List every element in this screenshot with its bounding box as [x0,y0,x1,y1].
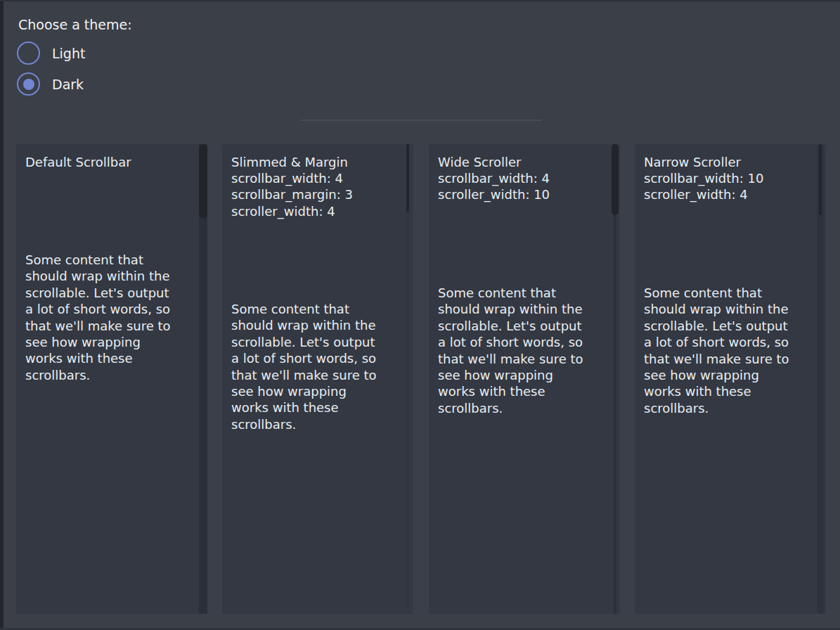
scrollable-content: Some content that should wrap within the… [438,285,590,416]
scroll-panel-slimmed-margin[interactable]: Slimmed & Margin scrollbar_width: 4 scro… [222,144,413,614]
radio-label-light: Light [52,46,85,61]
config-line: scrollbar_width: 10 [644,170,763,186]
panel-title: Wide Scroller [438,154,521,170]
scrollbar-thumb[interactable] [199,144,207,219]
scrollable-content: Some content that should wrap within the… [231,301,383,432]
config-line: scroller_width: 4 [231,203,353,219]
config-line: scrollbar_margin: 3 [231,186,353,202]
scrollbar-thumb[interactable] [406,144,409,212]
radio-button-dark[interactable] [17,72,40,96]
panel-title: Narrow Scroller [644,154,741,170]
config-line: scrollbar_width: 4 [231,170,353,186]
radio-label-dark: Dark [52,77,84,92]
panel-config: scrollbar_width: 4 scrollbar_margin: 3 s… [231,170,353,219]
scrollbar-track[interactable] [406,144,409,610]
panel-title: Slimmed & Margin [231,154,348,170]
theme-chooser-label: Choose a theme: [18,17,132,32]
window-edge-top [0,0,840,1]
radio-button-light[interactable] [17,41,40,65]
scrollbar-thumb[interactable] [612,144,619,215]
scrollable-content: Some content that should wrap within the… [25,252,177,383]
panel-title: Default Scrollbar [25,154,131,170]
section-divider [300,120,542,121]
scroll-panel-default[interactable]: Default Scrollbar Some content that shou… [16,144,207,614]
window-edge-left [0,0,4,630]
scrollbar-thumb[interactable] [819,144,822,215]
panel-config: scrollbar_width: 4 scroller_width: 10 [438,170,550,203]
config-line: scroller_width: 4 [644,186,763,202]
config-line: scrollbar_width: 4 [438,170,550,186]
config-line: scroller_width: 10 [438,186,550,202]
panel-config: scrollbar_width: 10 scroller_width: 4 [644,170,763,203]
radio-option-light[interactable]: Light [17,41,85,65]
radio-dot-dark [23,79,34,90]
scrollable-content: Some content that should wrap within the… [644,285,796,416]
scroll-panel-wide-scroller[interactable]: Wide Scroller scrollbar_width: 4 scrolle… [429,144,620,614]
scroll-panel-narrow-scroller[interactable]: Narrow Scroller scrollbar_width: 10 scro… [635,144,826,614]
radio-option-dark[interactable]: Dark [17,72,84,96]
